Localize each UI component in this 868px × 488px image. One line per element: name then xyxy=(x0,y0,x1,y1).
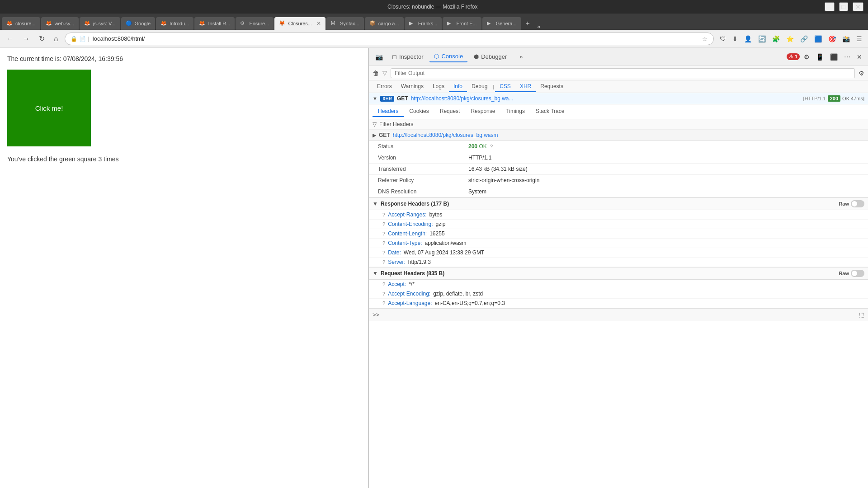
help-icon[interactable]: ? xyxy=(382,282,385,287)
extension2-icon[interactable]: ⭐ xyxy=(784,34,796,44)
clear-console-button[interactable]: 🗑 xyxy=(373,70,379,77)
tab-cargo[interactable]: 📦 cargo a... xyxy=(365,17,404,30)
account-icon[interactable]: 👤 xyxy=(742,34,754,44)
titlebar-title: Closures: nobundle — Mozilla Firefox xyxy=(41,4,825,10)
xhr-collapse-button[interactable]: ▼ xyxy=(373,96,377,101)
console-tab-button[interactable]: ⬡ Console xyxy=(429,51,467,62)
tab-label: Franks... xyxy=(418,21,438,26)
more-tools-button[interactable]: » xyxy=(515,52,527,62)
header-subtabs: Headers Cookies Request Response Timings… xyxy=(369,104,868,119)
header-item-content-length: ? Content-Length: 16255 xyxy=(369,229,868,239)
filter-icon: ▽ xyxy=(382,70,387,76)
help-icon[interactable]: ? xyxy=(382,212,385,217)
reload-button[interactable]: ↻ xyxy=(36,33,47,44)
level-css[interactable]: CSS xyxy=(495,81,515,92)
request-headers-right: Raw xyxy=(839,270,864,277)
referrer-value: strict-origin-when-cross-origin xyxy=(468,177,859,183)
transferred-label: Transferred xyxy=(378,166,468,172)
level-debug[interactable]: Debug xyxy=(467,81,492,92)
extension4-icon[interactable]: 🟦 xyxy=(812,34,824,44)
header-val: gzip xyxy=(436,221,446,227)
devtools-panel: 📷 ◻ Inspector ⬡ Console ⬢ Debugger » ⚠ 1… xyxy=(368,48,868,488)
subtab-response[interactable]: Response xyxy=(465,106,500,117)
extension6-icon[interactable]: 📸 xyxy=(840,34,852,44)
response-headers-toggle[interactable]: ▼ xyxy=(373,201,378,207)
bookmark-star-icon[interactable]: ☆ xyxy=(702,35,708,42)
split-view-button[interactable]: ⬚ xyxy=(859,311,864,318)
level-info[interactable]: Info xyxy=(449,81,467,92)
subtab-cookies[interactable]: Cookies xyxy=(404,106,434,117)
address-bar[interactable]: 🔒 📄 | localhost:8080/html/ ☆ xyxy=(65,33,714,45)
subtab-headers[interactable]: Headers xyxy=(373,106,404,117)
close-button[interactable]: ✕ xyxy=(853,2,863,11)
help-icon[interactable]: ? xyxy=(382,259,385,265)
tab-websys[interactable]: 🦊 web-sy... xyxy=(41,17,79,30)
home-button[interactable]: ⌂ xyxy=(51,34,61,44)
tab-closures1[interactable]: 🦊 closure... xyxy=(2,17,40,30)
new-tab-button[interactable]: + xyxy=(522,17,533,30)
raw-toggle-switch-req[interactable] xyxy=(851,270,864,277)
devtools-settings-button[interactable]: ⚙ xyxy=(802,52,812,62)
minimize-button[interactable]: ─ xyxy=(825,2,835,11)
help-icon[interactable]: ? xyxy=(382,300,385,306)
subtab-timings[interactable]: Timings xyxy=(500,106,530,117)
expand-console-button[interactable]: >> xyxy=(373,311,379,318)
debugger-tab-button[interactable]: ⬢ Debugger xyxy=(469,52,511,62)
filter-output-input[interactable] xyxy=(391,68,855,78)
tab-overflow-button[interactable]: » xyxy=(533,23,544,30)
help-icon[interactable]: ? xyxy=(382,250,385,255)
level-errors[interactable]: Errors xyxy=(373,81,396,92)
tab-front[interactable]: ▶ Front E... xyxy=(443,17,481,30)
subtab-stack-trace[interactable]: Stack Trace xyxy=(530,106,570,117)
header-val: gzip, deflate, br, zstd xyxy=(433,291,483,297)
level-xhr[interactable]: XHR xyxy=(515,81,536,92)
extension3-icon[interactable]: 🔗 xyxy=(798,34,810,44)
tab-genera[interactable]: ▶ Genera... xyxy=(482,17,521,30)
get-method: GET xyxy=(379,132,390,138)
inspector-tab-button[interactable]: ◻ Inspector xyxy=(387,52,428,62)
subtab-request[interactable]: Request xyxy=(434,106,466,117)
extension5-icon[interactable]: 🎯 xyxy=(826,34,838,44)
help-icon[interactable]: ? xyxy=(382,291,385,296)
request-headers-section: ▼ Request Headers (835 B) Raw xyxy=(369,267,868,280)
tab-syntax[interactable]: M Syntax... xyxy=(326,17,364,30)
sync-icon[interactable]: 🔄 xyxy=(756,34,768,44)
download-icon[interactable]: ⬇ xyxy=(730,34,740,44)
tab-ensure[interactable]: ⚙ Ensure... xyxy=(236,17,274,30)
help-icon[interactable]: ? xyxy=(382,221,385,227)
tab-label: Google xyxy=(135,21,151,26)
back-button[interactable]: ← xyxy=(4,34,16,44)
level-requests[interactable]: Requests xyxy=(536,81,568,92)
filter-settings-button[interactable]: ⚙ xyxy=(859,70,864,77)
menu-button[interactable]: ☰ xyxy=(854,34,864,44)
tab-closures-active[interactable]: 🦊 Closures... ✕ xyxy=(274,17,326,30)
shield-icon[interactable]: 🛡 xyxy=(717,34,728,44)
devtools-close-button[interactable]: ✕ xyxy=(854,52,864,62)
raw-toggle-switch[interactable] xyxy=(851,200,864,207)
tab-google[interactable]: 🔵 Google xyxy=(121,17,155,30)
tab-jssys[interactable]: 🦊 js-sys: V... xyxy=(80,17,120,30)
separator: | xyxy=(88,36,89,42)
tab-close-icon[interactable]: ✕ xyxy=(316,20,321,27)
get-expand-button[interactable]: ▶ xyxy=(373,132,376,138)
maximize-button[interactable]: □ xyxy=(839,2,848,11)
request-headers-toggle[interactable]: ▼ xyxy=(373,270,378,277)
devtools-more-options-button[interactable]: ⋯ xyxy=(842,52,853,62)
level-warnings[interactable]: Warnings xyxy=(396,81,428,92)
help-icon[interactable]: ? xyxy=(382,231,385,236)
header-key: Date: xyxy=(388,249,401,256)
status-help-icon[interactable]: ? xyxy=(490,144,493,149)
screenshot-tool-button[interactable]: 📷 xyxy=(373,52,386,62)
help-icon[interactable]: ? xyxy=(382,240,385,246)
tab-franks[interactable]: ▶ Franks... xyxy=(405,17,442,30)
get-url[interactable]: http://localhost:8080/pkg/closures_bg.wa… xyxy=(393,132,498,138)
level-logs[interactable]: Logs xyxy=(428,81,449,92)
xhr-url[interactable]: http://localhost:8080/pkg/closures_bg.wa… xyxy=(411,95,801,102)
tab-intro[interactable]: 🦊 Introdu... xyxy=(156,17,193,30)
devtools-dock-button[interactable]: ⬛ xyxy=(828,52,840,62)
devtools-responsive-button[interactable]: 📱 xyxy=(814,52,826,62)
extension1-icon[interactable]: 🧩 xyxy=(770,34,782,44)
forward-button[interactable]: → xyxy=(20,34,33,44)
tab-install[interactable]: 🦊 Install R... xyxy=(194,17,235,30)
green-box[interactable]: Click me! xyxy=(7,70,91,146)
